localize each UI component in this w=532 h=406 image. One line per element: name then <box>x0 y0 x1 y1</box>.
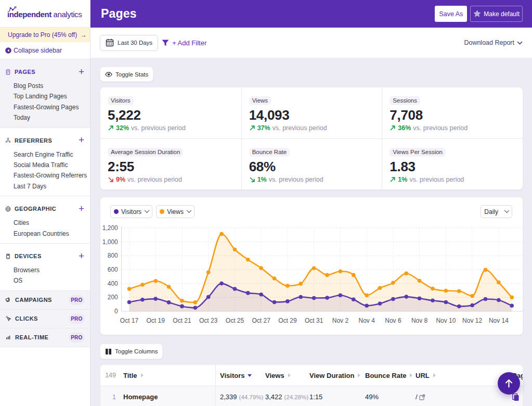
svg-text:1,200: 1,200 <box>102 224 118 232</box>
svg-text:0: 0 <box>114 308 118 315</box>
svg-text:Oct 23: Oct 23 <box>199 317 218 324</box>
svg-text:Oct 29: Oct 29 <box>278 317 297 324</box>
svg-text:800: 800 <box>108 252 118 259</box>
svg-text:Oct 25: Oct 25 <box>226 317 244 324</box>
svg-text:Nov 12: Nov 12 <box>462 317 482 324</box>
svg-text:Oct 27: Oct 27 <box>252 317 271 324</box>
svg-text:Nov 8: Nov 8 <box>411 317 428 324</box>
svg-text:Nov 10: Nov 10 <box>436 317 456 324</box>
svg-text:Nov 14: Nov 14 <box>489 317 509 324</box>
svg-text:200: 200 <box>108 294 118 301</box>
svg-text:Oct 17: Oct 17 <box>120 317 139 324</box>
svg-text:Oct 21: Oct 21 <box>173 317 191 324</box>
svg-text:Oct 31: Oct 31 <box>305 317 323 324</box>
svg-text:600: 600 <box>108 266 118 273</box>
svg-text:Nov 6: Nov 6 <box>385 317 401 324</box>
svg-text:Oct 19: Oct 19 <box>147 317 165 324</box>
svg-text:1,000: 1,000 <box>102 238 118 246</box>
svg-text:Nov 2: Nov 2 <box>332 317 349 324</box>
svg-text:Nov 4: Nov 4 <box>359 317 375 324</box>
svg-text:400: 400 <box>108 280 118 287</box>
